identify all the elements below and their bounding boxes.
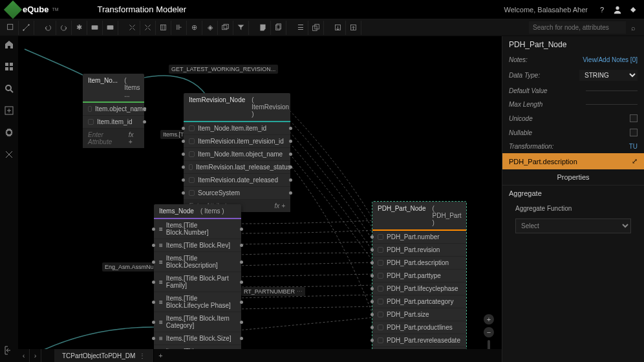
- undo-icon[interactable]: [41, 21, 56, 35]
- tab-active[interactable]: TCPartObjectToPDH_DM ⋮: [54, 349, 154, 362]
- svg-rect-1: [8, 25, 13, 30]
- node-pdh[interactable]: PDH_Part_Node ( PDH_Part ) PDH_Part.numb…: [372, 202, 466, 349]
- node-row[interactable]: PDH_Part.revision: [372, 244, 466, 257]
- svg-rect-16: [10, 63, 13, 66]
- tab-prev-button[interactable]: ‹: [18, 349, 30, 362]
- export-icon[interactable]: [346, 21, 361, 35]
- node-row[interactable]: SourceSystem: [184, 187, 290, 200]
- duplicate-icon[interactable]: [308, 21, 324, 35]
- gear-icon[interactable]: [4, 127, 14, 138]
- brand-tm: TM: [52, 7, 58, 12]
- user-icon[interactable]: [613, 5, 622, 14]
- label-partnumber: RT_PARTNUMBER ⋯: [241, 287, 305, 296]
- expand-icon[interactable]: [140, 21, 156, 35]
- zoom-in-button[interactable]: +: [484, 314, 494, 325]
- search-icon[interactable]: ⌕: [626, 24, 641, 32]
- datatype-select[interactable]: STRING: [579, 70, 638, 81]
- stack-icon[interactable]: ☰: [293, 21, 308, 35]
- node-row[interactable]: Item.item_id: [83, 116, 144, 129]
- node-row[interactable]: ≡ Items.[Title Block.Number]: [154, 219, 241, 239]
- layer-icon[interactable]: [218, 21, 233, 35]
- properties-panel: PDH_Part_Node Notes: View/Add Notes [0] …: [502, 36, 644, 362]
- node-row[interactable]: ItemRevision.last_release_status: [184, 161, 290, 174]
- import-icon[interactable]: [330, 21, 346, 35]
- search-rail-icon[interactable]: [4, 83, 14, 94]
- node-row[interactable]: PDH_Part.description: [372, 257, 466, 270]
- expand-attribute-icon[interactable]: ⤢: [632, 157, 638, 165]
- node-row[interactable]: PDH_Part.size: [372, 308, 466, 321]
- tool-panel1-icon[interactable]: [87, 21, 103, 35]
- node-row[interactable]: ≡ Items.[Title Block.Lifecycle Phase]: [154, 292, 241, 312]
- settings-icon[interactable]: ✱: [72, 21, 87, 35]
- node-row[interactable]: PDH_Part.productlines: [372, 321, 466, 334]
- node-row[interactable]: Item_Node.Item.object_name: [184, 148, 290, 161]
- node-row[interactable]: PDH_Part.partcategory: [372, 295, 466, 308]
- add-box-icon[interactable]: [4, 105, 14, 116]
- nullable-checkbox[interactable]: [630, 129, 638, 136]
- modules-icon[interactable]: [4, 61, 14, 72]
- apps-icon[interactable]: ◆: [628, 5, 638, 14]
- aggregate-section[interactable]: Aggregate: [502, 186, 644, 201]
- node-row[interactable]: PDH_Part.revreleasedate: [372, 334, 466, 347]
- maxlength-input[interactable]: [586, 104, 638, 105]
- node-itemrevision[interactable]: ItemRevision_Node ( ItemRevision ) Item_…: [184, 93, 290, 212]
- tool-connect-icon[interactable]: [19, 21, 34, 35]
- fx-button[interactable]: fx +: [275, 202, 285, 209]
- brand-logo-icon: [4, 0, 22, 18]
- node-itemrev-type: ( ItemRevision ): [252, 96, 289, 118]
- tool-cursor-icon[interactable]: [3, 21, 19, 35]
- node-row[interactable]: ItemRevision.date_released: [184, 174, 290, 187]
- node-row[interactable]: ≡ Items.[Title Block.Item Category]: [154, 312, 241, 332]
- node-row[interactable]: PDH_Part.lifecyclephase: [372, 282, 466, 295]
- search-input[interactable]: [529, 21, 626, 34]
- align-icon[interactable]: ⊪: [171, 21, 187, 35]
- home-icon[interactable]: [4, 39, 14, 50]
- tools-icon[interactable]: [4, 149, 14, 160]
- zoom-out-button[interactable]: −: [484, 327, 494, 337]
- node-row[interactable]: PDH_Part.parttype: [372, 270, 466, 282]
- tab-next-button[interactable]: ›: [30, 349, 41, 362]
- svg-rect-4: [92, 25, 98, 30]
- svg-point-19: [6, 85, 11, 90]
- svg-point-2: [23, 30, 25, 31]
- enter-attribute[interactable]: Enter Attribute: [88, 131, 129, 145]
- label-get-latest: GET_LATEST_WORKING_REVISION...: [169, 65, 278, 74]
- notes-label: Notes:: [509, 56, 528, 63]
- node-row[interactable]: ≡ Items.[Title Block.Description]: [154, 252, 241, 272]
- redo-icon[interactable]: [56, 21, 72, 35]
- tab-menu-icon[interactable]: ⋮: [139, 352, 145, 359]
- node-item[interactable]: Item_No... ( Items ... Item.object_name …: [83, 74, 144, 148]
- unicode-checkbox[interactable]: [630, 114, 638, 122]
- node-item-type: ( Items ...: [124, 77, 140, 98]
- node-row[interactable]: Item.object_name: [83, 103, 144, 116]
- node-row[interactable]: ≡ Items.[Title Block.Part Family]: [154, 272, 241, 292]
- tool-panel2-icon[interactable]: [103, 21, 118, 35]
- note-icon[interactable]: [255, 21, 271, 35]
- fit-icon[interactable]: [156, 21, 171, 35]
- add-tab-button[interactable]: +: [154, 349, 167, 362]
- copy-icon[interactable]: [271, 21, 286, 35]
- notes-link[interactable]: View/Add Notes [0]: [583, 56, 638, 63]
- fx-button[interactable]: fx +: [129, 131, 139, 145]
- node-row[interactable]: ≡ Items.[Title Block.Rev]: [154, 239, 241, 252]
- node-row[interactable]: Item_Node.Item.item_id: [184, 122, 290, 135]
- aggregate-function-select[interactable]: Select: [515, 218, 631, 233]
- node-row[interactable]: ≡ Items.[Title Block.Size]: [154, 332, 241, 345]
- help-icon[interactable]: ?: [597, 5, 606, 14]
- node-items[interactable]: Items_Node ( Items ) ≡ Items.[Title Bloc…: [154, 204, 241, 349]
- node-pdh-name: PDH_Part_Node: [378, 205, 425, 226]
- brand-name: eQube: [23, 5, 48, 14]
- transformation-value[interactable]: TU: [629, 143, 638, 150]
- maxlength-label: Max Length: [509, 101, 542, 108]
- group-icon[interactable]: ◈: [202, 21, 218, 35]
- node-row[interactable]: PDH_Part.number: [372, 231, 466, 244]
- zoom-slider[interactable]: [488, 340, 490, 349]
- exit-icon[interactable]: [4, 345, 14, 356]
- transformation-label: Transformation:: [509, 143, 553, 150]
- filter-icon[interactable]: [233, 21, 249, 35]
- target-icon[interactable]: ⊕: [187, 21, 202, 35]
- svg-rect-8: [224, 25, 228, 29]
- node-row[interactable]: ItemRevision.item_revision_id: [184, 135, 290, 148]
- default-value-input[interactable]: [586, 90, 638, 91]
- collapse-icon[interactable]: [125, 21, 140, 35]
